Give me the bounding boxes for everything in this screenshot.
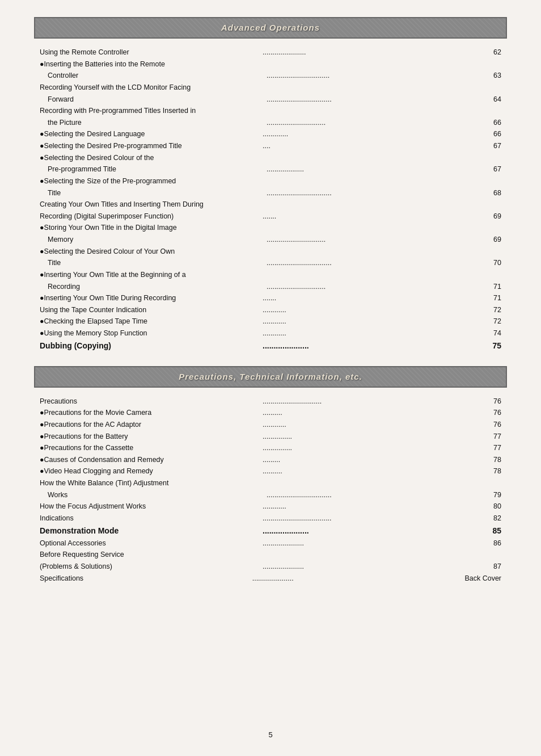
toc-label: Using the Tape Counter Indication xyxy=(40,304,261,316)
toc-label: ●Precautions for the Battery xyxy=(40,431,261,443)
toc-dots: .......... xyxy=(263,465,484,477)
toc-label: (Problems & Solutions) xyxy=(40,561,261,573)
toc-entry-remote-controller: Using the Remote Controller ............… xyxy=(40,47,501,58)
toc-dots: .... xyxy=(263,140,484,152)
toc-entry-before-service-heading: Before Requesting Service xyxy=(40,549,501,561)
toc-label: the Picture xyxy=(48,117,265,129)
toc-dots: ............ xyxy=(263,304,484,316)
toc-page: 72 xyxy=(485,304,501,316)
toc-entry-batteries-heading: ●Inserting the Batteries into the Remote xyxy=(40,58,501,70)
toc-page: 70 xyxy=(485,257,501,269)
toc-dots: ............ xyxy=(263,316,484,327)
toc-dots: ................................. xyxy=(267,257,484,269)
toc-label: ●Causes of Condensation and Remedy xyxy=(40,454,261,466)
toc-page: 79 xyxy=(485,489,501,501)
toc-entry-battery: ●Precautions for the Battery ...........… xyxy=(40,431,501,443)
toc-dots: ................................. xyxy=(267,187,484,199)
toc-dots: ............ xyxy=(263,419,484,431)
toc-dots: ............... xyxy=(263,442,484,454)
toc-page: 67 xyxy=(485,140,501,152)
toc-entry-white-balance-cont: Works ................................. … xyxy=(40,489,501,501)
toc-dots: ..................... xyxy=(252,573,464,585)
toc-entry-focus: How the Focus Adjustment Works .........… xyxy=(40,501,501,513)
toc-entry-own-colour-heading: ●Selecting the Desired Colour of Your Ow… xyxy=(40,246,501,258)
toc-label: Recording xyxy=(48,281,265,293)
toc-dots: ..................... xyxy=(263,339,484,352)
toc-label: Title xyxy=(48,257,265,269)
toc-page: 85 xyxy=(485,524,501,537)
toc-entry-size-cont: Title ................................. … xyxy=(40,187,501,199)
toc-label: ●Selecting the Desired Pre-programmed Ti… xyxy=(40,140,261,152)
toc-dots: ..................... xyxy=(263,524,484,537)
toc-dots: .............................. xyxy=(267,117,484,129)
toc-page: 64 xyxy=(485,94,501,106)
toc-page: 86 xyxy=(485,537,501,549)
toc-dots: ..................... xyxy=(263,537,484,549)
toc-entry-storing-cont: Memory .............................. 69 xyxy=(40,234,501,246)
toc-label: ●Precautions for the Movie Camera xyxy=(40,407,261,419)
toc-label: Memory xyxy=(48,234,265,246)
toc-dots: ................... xyxy=(267,163,484,175)
page-number: 5 xyxy=(268,730,272,739)
toc-page: 76 xyxy=(485,396,501,408)
toc-label: How the Focus Adjustment Works xyxy=(40,501,261,513)
toc-entry-indications: Indications ............................… xyxy=(40,513,501,524)
toc-entry-lcd-cont: Forward ................................… xyxy=(40,94,501,106)
toc-entry-colour-cont: Pre-programmed Title ...................… xyxy=(40,163,501,175)
toc-page: 77 xyxy=(485,442,501,454)
toc-entry-condensation: ●Causes of Condensation and Remedy .....… xyxy=(40,454,501,466)
toc-entry-storing-heading: ●Storing Your Own Title in the Digital I… xyxy=(40,222,501,234)
toc-page: 74 xyxy=(485,327,501,339)
toc-page: 67 xyxy=(485,163,501,175)
toc-page: 82 xyxy=(485,513,501,524)
toc-page: 63 xyxy=(485,70,501,82)
toc-entry-desired-title: ●Selecting the Desired Pre-programmed Ti… xyxy=(40,140,501,152)
toc-entry-desired-language: ●Selecting the Desired Language ........… xyxy=(40,128,501,140)
toc-entry-cassette: ●Precautions for the Cassette ..........… xyxy=(40,442,501,454)
toc-label: Demonstration Mode xyxy=(40,524,261,537)
toc-label: ●Inserting Your Own Title at the Beginni… xyxy=(40,269,501,281)
toc-label: ●Selecting the Desired Colour of Your Ow… xyxy=(40,246,501,258)
toc-dots: ................................. xyxy=(267,489,484,501)
toc-page: 78 xyxy=(485,454,501,466)
toc-label: How the White Balance (Tint) Adjustment xyxy=(40,477,501,489)
toc-dots: ............ xyxy=(263,327,484,339)
toc-entry-movie-camera: ●Precautions for the Movie Camera ......… xyxy=(40,407,501,419)
toc-dots: .............................. xyxy=(263,396,484,408)
toc-label: ●Storing Your Own Title in the Digital I… xyxy=(40,222,501,234)
toc-page: 71 xyxy=(485,281,501,293)
toc-page: 76 xyxy=(485,407,501,419)
toc-entry-dubbing: Dubbing (Copying) ..................... … xyxy=(40,339,501,352)
toc-label: Forward xyxy=(48,94,265,106)
toc-label: Optional Accessories xyxy=(40,537,261,549)
toc-label: Indications xyxy=(40,513,261,524)
toc-entry-colour-heading: ●Selecting the Desired Colour of the xyxy=(40,152,501,164)
toc-entry-inserting-begin-cont: Recording ..............................… xyxy=(40,281,501,293)
toc-label: Controller xyxy=(48,70,265,82)
toc-entry-preprogrammed-heading: Recording with Pre-programmed Titles Ins… xyxy=(40,105,501,117)
toc-entry-ac-adaptor: ●Precautions for the AC Adaptor ........… xyxy=(40,419,501,431)
toc-label: Recording Yourself with the LCD Monitor … xyxy=(40,82,501,94)
toc-dots: ....... xyxy=(263,292,484,304)
toc-page: 68 xyxy=(485,187,501,199)
toc-dots: ................................... xyxy=(263,513,484,524)
toc-entry-batteries-cont: Controller .............................… xyxy=(40,70,501,82)
toc-entry-precautions: Precautions ............................… xyxy=(40,396,501,408)
toc-page: 66 xyxy=(485,128,501,140)
toc-page: 75 xyxy=(485,339,501,352)
toc-page: 66 xyxy=(485,117,501,129)
toc-page: 77 xyxy=(485,431,501,443)
toc-entry-tape-counter: Using the Tape Counter Indication ......… xyxy=(40,304,501,316)
toc-label: ●Selecting the Size of the Pre-programme… xyxy=(40,175,501,187)
toc-page: 80 xyxy=(485,501,501,513)
toc-page: 76 xyxy=(485,419,501,431)
toc-page: 72 xyxy=(485,316,501,327)
toc-label: Specifications xyxy=(40,573,251,585)
precautions-title: Precautions, Technical Information, etc. xyxy=(179,372,362,381)
toc-entry-specifications: Specifications ..................... Bac… xyxy=(40,573,501,585)
toc-label: Creating Your Own Titles and Inserting T… xyxy=(40,199,501,211)
toc-dots: ............ xyxy=(263,501,484,513)
toc-entry-size-heading: ●Selecting the Size of the Pre-programme… xyxy=(40,175,501,187)
toc-label: ●Precautions for the Cassette xyxy=(40,442,261,454)
toc-page: 87 xyxy=(485,561,501,573)
